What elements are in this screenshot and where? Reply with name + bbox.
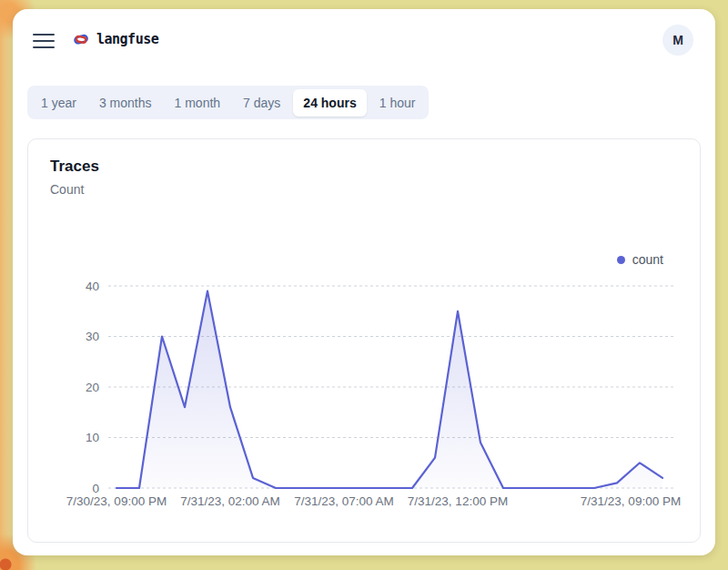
time-range-tabs: 1 year 3 months 1 month 7 days 24 hours … — [27, 86, 429, 119]
x-tick-label: 7/31/23, 09:00 PM — [581, 494, 681, 508]
user-avatar[interactable]: M — [662, 25, 693, 56]
traces-card: Traces Count count 0102030407/30/23, 09:… — [27, 138, 701, 543]
x-tick-label: 7/31/23, 12:00 PM — [408, 494, 508, 508]
menu-icon[interactable] — [33, 34, 55, 48]
x-tick-label: 7/31/23, 07:00 AM — [294, 494, 394, 508]
y-tick-label: 40 — [86, 280, 99, 293]
count-area-fill — [116, 291, 662, 488]
tab-7-days[interactable]: 7 days — [233, 89, 290, 117]
brand-name: langfuse — [96, 31, 158, 47]
brand[interactable]: langfuse — [73, 31, 158, 47]
chart-legend: count — [617, 252, 663, 267]
tab-24-hours[interactable]: 24 hours — [293, 89, 366, 117]
knot-logo-icon — [73, 31, 89, 47]
tab-1-year[interactable]: 1 year — [31, 89, 86, 117]
card-title: Traces — [50, 158, 99, 176]
tab-1-hour[interactable]: 1 hour — [369, 89, 426, 117]
y-tick-label: 20 — [86, 381, 99, 394]
x-tick-label: 7/30/23, 09:00 PM — [66, 494, 167, 508]
legend-dot-icon — [617, 256, 625, 264]
card-subtitle: Count — [50, 182, 84, 197]
legend-label: count — [632, 252, 663, 267]
y-tick-label: 0 — [92, 482, 99, 495]
y-tick-label: 10 — [86, 431, 99, 444]
app-window: langfuse M 1 year 3 months 1 month 7 day… — [13, 9, 715, 555]
traces-area-chart[interactable]: 0102030407/30/23, 09:00 PM7/31/23, 02:00… — [28, 271, 702, 535]
x-tick-label: 7/31/23, 02:00 AM — [180, 494, 280, 508]
y-tick-label: 30 — [86, 330, 99, 343]
tab-1-month[interactable]: 1 month — [165, 89, 231, 117]
tab-3-months[interactable]: 3 months — [89, 89, 162, 117]
top-nav: langfuse M — [13, 9, 715, 73]
